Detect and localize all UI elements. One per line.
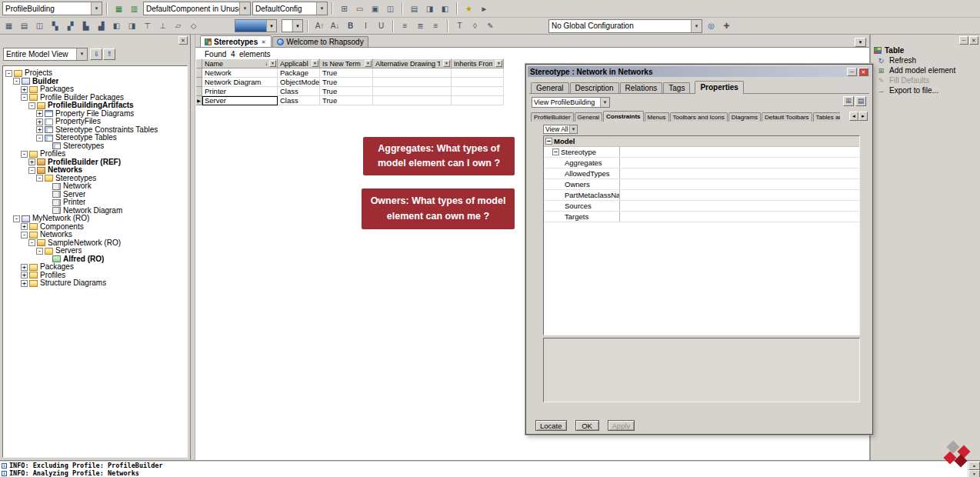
underline-icon[interactable]: U [374,19,388,33]
tree-item[interactable]: Server [3,191,187,199]
run-icon[interactable]: ► [477,2,492,15]
tree-item[interactable]: + Property File Diagrams [3,110,187,118]
tree-item[interactable]: - Builder [3,78,187,86]
dialog-tab[interactable]: Relations [620,82,663,93]
cell-inherits-from[interactable] [452,68,504,78]
fill-color-picker[interactable]: ▼ [282,19,303,32]
italic-icon[interactable]: I [358,19,373,33]
property-row[interactable]: PartMetaclassName [544,190,859,201]
cell-is-new-term[interactable]: True [320,87,373,96]
tree-item[interactable]: Printer [3,198,187,207]
tree-expander-icon[interactable]: - [28,239,35,246]
increase-font-icon[interactable]: A↑ [312,19,327,33]
split-view-icon[interactable]: ◫ [383,2,398,15]
cell-alternative-drawing-tool[interactable] [373,87,452,96]
tree-item[interactable]: Network Diagram [3,207,187,215]
tree-item[interactable]: - Profile Builder Packages [3,94,187,102]
tree-expander-icon[interactable]: - [21,232,28,239]
tree-item[interactable]: - Projects [3,69,187,78]
list-view-icon[interactable]: ▤ [407,2,422,15]
close-icon[interactable]: ✕ [178,36,188,45]
send-to-back-icon[interactable]: ▞ [63,19,78,33]
tree-expander-icon[interactable]: + [36,126,43,133]
tab-list-chevron-icon[interactable]: ▼ [855,38,866,47]
chevron-down-icon[interactable]: ▼ [316,2,327,15]
view-scope-combo[interactable]: Entire Model View ▼ [3,48,88,61]
tree-item[interactable]: - Networks [3,166,187,175]
panel-menu-item[interactable]: ✎ Fill Defaults [871,75,980,85]
active-component-combo[interactable]: DefaultComponent in UnusedCompor ▼ [143,2,251,15]
favorites-icon[interactable]: ★ [462,2,476,15]
tree-expander-icon[interactable]: - [5,70,12,77]
locate-in-browser-icon[interactable]: ⇓ [90,48,102,60]
align-top-icon[interactable]: ⊤ [140,19,155,33]
tree-item[interactable]: - Stereotypes [3,175,187,183]
column-header[interactable]: ApplicableTo ▼ [278,58,320,68]
scroll-down-icon[interactable]: ▼ [968,470,980,477]
chevron-down-icon[interactable]: ▼ [239,2,250,15]
tree-item[interactable]: + Components [3,223,187,232]
split-horizontal-icon[interactable]: ◫ [32,19,47,33]
scroll-left-icon[interactable]: ◄ [849,112,858,121]
column-header[interactable]: Alternative Drawing Tool ▼ [373,58,452,68]
filter-chevron-icon[interactable]: ▼ [443,60,450,67]
align-bottom-icon[interactable]: ⊥ [155,19,170,33]
cell-applicable-to[interactable]: Class [278,96,320,105]
cell-alternative-drawing-tool[interactable] [373,68,452,78]
tree-expander-icon[interactable]: + [21,264,28,271]
cell-is-new-term[interactable]: True [320,68,373,78]
filter-chevron-icon[interactable]: ▼ [365,60,372,67]
tree-expander-icon[interactable]: + [21,86,28,93]
tree-item[interactable]: - Stereotype Tables [3,134,187,142]
tree-expander-icon[interactable]: − [552,148,559,155]
panel-right-icon[interactable]: ◨ [422,2,437,15]
property-subject-tab[interactable]: Diagrams [728,112,761,122]
tree-expander-icon[interactable]: - [36,175,43,182]
align-bottom-right-icon[interactable]: ▟ [94,19,108,33]
tree-item[interactable]: Alfred (RO) [3,255,187,264]
property-value-cell[interactable] [619,168,859,178]
document-tab[interactable]: Stereotypes [200,35,272,47]
property-row[interactable]: AllowedTypes [544,168,859,179]
tree-item[interactable]: - MyNetwork (RO) [3,215,187,223]
tree-expander-icon[interactable]: + [28,158,35,165]
document-tab[interactable]: Welcome to Rhapsody [272,36,368,47]
table-row[interactable]: Network Diagram ObjectModelDiagr... True [196,78,504,87]
cell-name[interactable]: Printer [202,87,278,96]
tree-expander-icon[interactable]: - [28,167,35,174]
column-header[interactable]: Is New Term ▼ [320,58,373,68]
cell-inherits-from[interactable] [452,78,504,87]
property-subject-tab[interactable]: ProfileBuilder [531,112,574,122]
cell-is-new-term[interactable]: True [320,78,373,87]
cell-name[interactable]: Network Diagram [202,78,278,87]
chevron-down-icon[interactable]: ▼ [691,20,702,32]
tree-expander-icon[interactable]: - [36,248,43,255]
tree-expander-icon[interactable]: + [36,110,43,117]
align-text-center-icon[interactable]: ≣ [413,19,428,33]
chevron-down-icon[interactable]: ▼ [266,20,276,32]
text-tool-icon[interactable]: T [452,19,467,33]
cell-inherits-from[interactable] [452,96,504,105]
tree-item[interactable]: - Profiles [3,150,187,158]
decrease-font-icon[interactable]: A↓ [328,19,342,33]
align-text-right-icon[interactable]: ≡ [428,19,443,33]
chevron-down-icon[interactable]: ▼ [600,98,609,107]
tree-expander-icon[interactable]: − [545,138,552,145]
tree-item[interactable]: + ProfileBuilder (REF) [3,158,187,167]
tree-expander-icon[interactable]: - [13,78,20,85]
property-value-cell[interactable] [619,212,859,222]
tree-expander-icon[interactable]: - [21,151,28,158]
tree-item[interactable]: - Networks [3,231,187,239]
tree-expander-icon[interactable]: + [21,280,28,287]
scroll-right-icon[interactable]: ► [858,112,868,121]
tree-item[interactable]: - SampleNetwork (RO) [3,239,187,248]
cell-name[interactable]: Network [202,68,278,78]
cell-alternative-drawing-tool[interactable] [373,96,452,105]
tree-item[interactable]: Network [3,182,187,191]
dialog-tab[interactable]: General [531,82,569,93]
tab-close-icon[interactable] [260,38,267,45]
property-subject-tab[interactable]: Tables and Matrixes [813,112,840,122]
property-subject-tab[interactable]: General [575,112,602,122]
dialog-title-bar[interactable]: Stereotype : Network in Networks ─ ✕ [528,66,871,77]
tree-expander-icon[interactable]: - [21,94,28,101]
